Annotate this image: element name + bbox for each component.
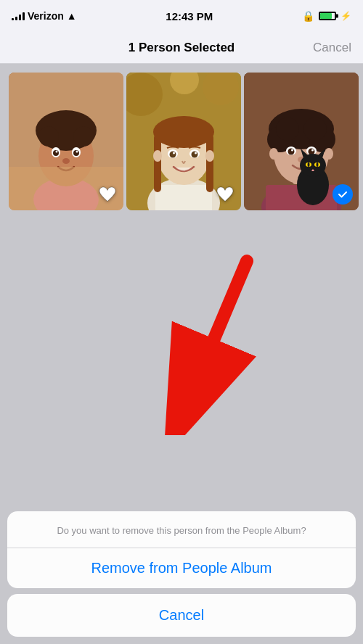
photo-grid — [9, 73, 354, 210]
svg-point-34 — [195, 152, 197, 154]
cancel-nav-button[interactable]: Cancel — [313, 41, 351, 55]
svg-rect-24 — [154, 134, 161, 192]
svg-point-47 — [325, 148, 333, 160]
svg-point-27 — [153, 150, 162, 162]
photo-item-2[interactable] — [126, 73, 241, 210]
nav-header: 1 Person Selected Cancel — [0, 32, 363, 64]
content-area — [0, 64, 363, 219]
svg-rect-25 — [206, 134, 213, 192]
photo-heart-2[interactable] — [215, 184, 235, 205]
svg-point-50 — [288, 149, 295, 155]
svg-point-5 — [38, 126, 59, 146]
wifi-icon: ▲ — [67, 10, 77, 22]
status-bar: Verizon ▲ 12:43 PM 🔒 ⚡ — [0, 0, 363, 32]
svg-line-65 — [189, 261, 247, 399]
lock-icon: 🔒 — [302, 10, 314, 22]
remove-from-people-album-button[interactable]: Remove from People Album — [7, 548, 356, 588]
svg-point-32 — [192, 152, 198, 158]
battery-icon — [319, 12, 336, 20]
battery-fill — [320, 13, 332, 19]
action-message: Do you want to remove this person from t… — [7, 511, 356, 548]
photo-check-3[interactable] — [333, 184, 353, 205]
action-sheet: Do you want to remove this person from t… — [0, 511, 363, 644]
action-sheet-main-card: Do you want to remove this person from t… — [7, 511, 356, 588]
arrow-indicator — [145, 247, 290, 435]
svg-point-6 — [73, 126, 94, 146]
photo-item-3[interactable] — [244, 73, 359, 210]
nav-title: 1 Person Selected — [129, 41, 234, 55]
svg-point-53 — [311, 149, 314, 152]
status-left: Verizon ▲ — [12, 10, 77, 22]
svg-point-31 — [170, 152, 176, 158]
cancel-action-button[interactable]: Cancel — [7, 594, 356, 637]
svg-point-33 — [173, 152, 175, 154]
svg-point-11 — [56, 151, 58, 153]
status-right: 🔒 ⚡ — [302, 10, 351, 22]
svg-point-13 — [62, 158, 70, 164]
charging-icon: ⚡ — [340, 11, 351, 21]
carrier-label: Verizon — [28, 10, 64, 22]
signal-bars-icon — [12, 12, 25, 20]
svg-point-52 — [291, 149, 293, 152]
svg-point-44 — [276, 117, 299, 141]
svg-point-61 — [308, 162, 310, 167]
svg-rect-21 — [155, 185, 212, 210]
svg-point-28 — [205, 150, 214, 162]
photo-item-1[interactable] — [9, 73, 123, 210]
svg-point-12 — [76, 151, 78, 153]
photo-heart-1[interactable] — [97, 184, 118, 205]
svg-point-46 — [269, 148, 278, 160]
svg-point-45 — [303, 117, 327, 141]
svg-point-26 — [153, 116, 214, 148]
svg-point-62 — [317, 162, 319, 167]
status-time: 12:43 PM — [166, 10, 213, 22]
